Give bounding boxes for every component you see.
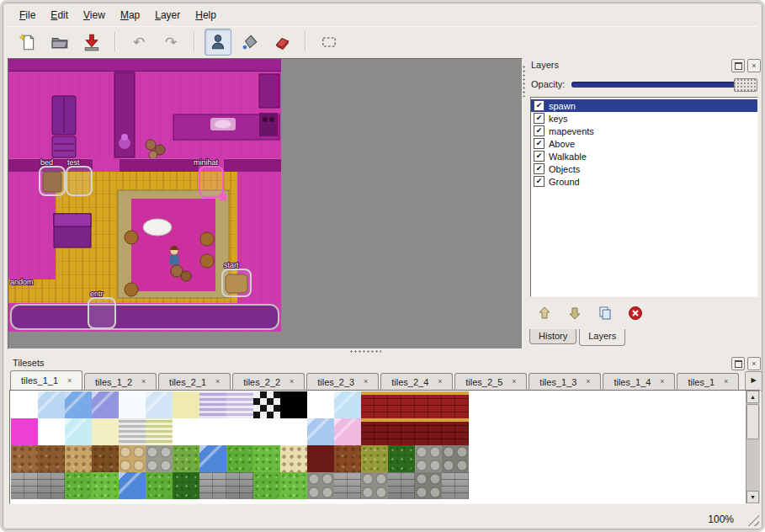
tileset-tile[interactable]	[361, 445, 388, 472]
tileset-tile[interactable]	[442, 445, 469, 472]
tileset-view[interactable]: ▲ ▼	[9, 390, 761, 504]
eraser-button[interactable]	[268, 29, 295, 56]
opacity-slider-handle[interactable]	[734, 78, 757, 92]
tileset-tile[interactable]	[334, 391, 361, 418]
tileset-tile[interactable]	[307, 391, 334, 418]
layer-row-above[interactable]: ✔Above	[531, 137, 757, 150]
tileset-tile[interactable]	[226, 445, 253, 472]
tileset-tile[interactable]	[415, 472, 442, 499]
tileset-tile[interactable]	[307, 445, 334, 472]
layer-row-keys[interactable]: ✔keys	[531, 112, 757, 125]
tileset-tile[interactable]	[11, 472, 38, 499]
map-viewport[interactable]: bed test minihat start entr andom	[8, 58, 523, 349]
tileset-tile[interactable]	[65, 472, 92, 499]
layer-row-objects[interactable]: ✔Objects	[531, 162, 757, 175]
tileset-tile[interactable]	[146, 418, 173, 445]
scroll-up-arrow[interactable]: ▲	[746, 391, 759, 403]
tileset-tile[interactable]	[11, 391, 38, 418]
undo-button[interactable]: ↶	[125, 29, 152, 56]
float-panel-button[interactable]	[731, 357, 745, 370]
tileset-tile[interactable]	[199, 445, 226, 472]
layer-visibility-checkbox[interactable]: ✔	[534, 113, 545, 124]
tileset-tile[interactable]	[65, 391, 92, 418]
tileset-tile[interactable]	[307, 418, 334, 445]
tileset-tile[interactable]	[119, 445, 146, 472]
tab-close-icon[interactable]: ×	[720, 376, 731, 387]
tileset-tile[interactable]	[415, 418, 442, 445]
tab-close-icon[interactable]: ×	[64, 375, 75, 386]
layer-visibility-checkbox[interactable]: ✔	[534, 163, 545, 174]
tileset-tile[interactable]	[253, 445, 280, 472]
layer-visibility-checkbox[interactable]: ✔	[534, 138, 545, 149]
layer-visibility-checkbox[interactable]: ✔	[534, 125, 545, 136]
tileset-tab-tiles_2_3[interactable]: tiles_2_3×	[306, 373, 379, 390]
tileset-tile[interactable]	[361, 418, 388, 445]
tileset-tile[interactable]	[65, 445, 92, 472]
tileset-tile[interactable]	[442, 391, 469, 418]
tileset-tile[interactable]	[388, 418, 415, 445]
tileset-tile[interactable]	[173, 418, 199, 445]
layer-visibility-checkbox[interactable]: ✔	[534, 151, 545, 162]
tileset-tile[interactable]	[11, 418, 38, 445]
lower-layer-button[interactable]	[565, 303, 585, 323]
tileset-tile[interactable]	[92, 418, 119, 445]
tileset-tile[interactable]	[307, 472, 334, 499]
map-object-test[interactable]	[66, 167, 92, 195]
resize-grip[interactable]	[747, 514, 759, 526]
scrollbar-thumb[interactable]	[746, 404, 759, 439]
tileset-tile[interactable]	[92, 445, 119, 472]
tileset-tile[interactable]	[199, 418, 226, 445]
tileset-tab-tiles_2_4[interactable]: tiles_2_4×	[380, 373, 453, 390]
tileset-tile[interactable]	[334, 472, 361, 499]
tileset-tab-tiles_1[interactable]: tiles_1×	[677, 373, 739, 390]
tileset-tile[interactable]	[415, 391, 442, 418]
tab-close-icon[interactable]: ×	[286, 376, 297, 387]
map-object-entr[interactable]	[88, 298, 115, 328]
object-resize-handle[interactable]	[220, 194, 226, 200]
tileset-tab-tiles_1_3[interactable]: tiles_1_3×	[529, 373, 601, 390]
tileset-tile[interactable]	[11, 445, 38, 472]
opacity-slider-track[interactable]	[571, 82, 757, 88]
tileset-tile[interactable]	[442, 472, 469, 499]
tileset-tile[interactable]	[415, 445, 442, 472]
dock-tab-history[interactable]: History	[529, 329, 576, 344]
tab-close-icon[interactable]: ×	[212, 376, 223, 387]
menu-item-layer[interactable]: Layer	[148, 7, 187, 24]
tileset-tile[interactable]	[199, 472, 226, 499]
layer-visibility-checkbox[interactable]: ✔	[534, 176, 545, 187]
save-file-button[interactable]	[78, 29, 105, 56]
stamp-brush-button[interactable]	[205, 29, 231, 56]
tileset-tile[interactable]	[173, 391, 199, 418]
tab-close-icon[interactable]: ×	[434, 376, 445, 387]
layer-row-mapevents[interactable]: ✔mapevents	[531, 125, 757, 137]
tileset-tile[interactable]	[146, 472, 173, 499]
tab-close-icon[interactable]: ×	[656, 376, 667, 387]
layer-row-walkable[interactable]: ✔Walkable	[531, 150, 757, 162]
tileset-tab-tiles_2_1[interactable]: tiles_2_1×	[158, 373, 231, 390]
tab-close-icon[interactable]: ×	[582, 376, 593, 387]
close-panel-button[interactable]: ×	[747, 357, 761, 370]
layer-visibility-checkbox[interactable]: ✔	[534, 100, 545, 111]
tileset-tile[interactable]	[226, 472, 253, 499]
tileset-tile[interactable]	[92, 472, 119, 499]
close-panel-button[interactable]: ×	[747, 59, 761, 72]
map-object-start[interactable]	[222, 269, 251, 296]
new-file-button[interactable]	[14, 29, 41, 56]
tileset-tile[interactable]	[38, 391, 65, 418]
tileset-tile[interactable]	[253, 391, 280, 418]
tileset-tile[interactable]	[173, 445, 199, 472]
horizontal-splitter-handle[interactable]	[349, 349, 381, 354]
tab-scroll-right-button[interactable]: ▶	[745, 371, 762, 391]
tileset-tile[interactable]	[226, 391, 253, 418]
map-canvas[interactable]: bed test minihat start entr andom	[8, 59, 281, 332]
map-object-minihat-selected[interactable]	[199, 167, 223, 197]
dock-tab-layers[interactable]: Layers	[579, 329, 625, 346]
tileset-tile[interactable]	[119, 472, 146, 499]
tileset-tile[interactable]	[199, 391, 226, 418]
tileset-tile[interactable]	[38, 472, 65, 499]
tileset-tile[interactable]	[146, 391, 173, 418]
tileset-tile[interactable]	[119, 418, 146, 445]
delete-layer-button[interactable]	[625, 303, 645, 323]
menu-item-help[interactable]: Help	[189, 7, 223, 24]
tileset-tile[interactable]	[280, 445, 307, 472]
